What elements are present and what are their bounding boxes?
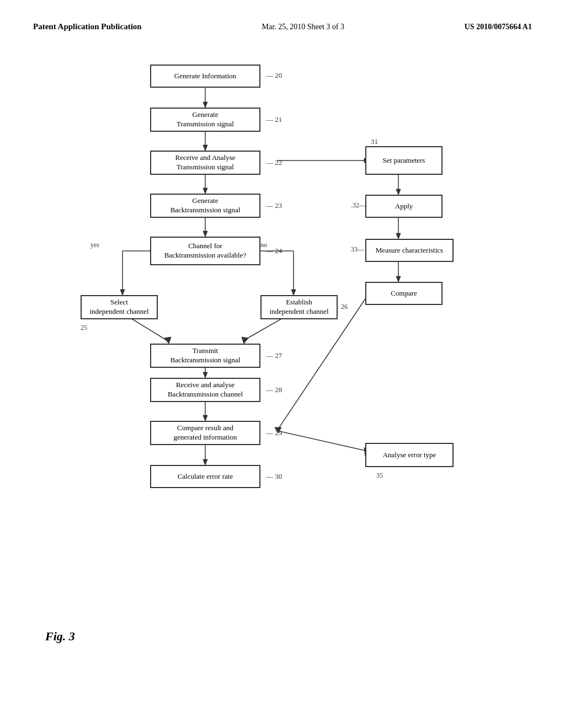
box-28: Receive and analyseBacktransmission chan… <box>150 378 260 402</box>
box-25: Selectindependent channel <box>81 295 158 319</box>
page: Patent Application Publication Mar. 25, … <box>0 0 565 728</box>
svg-line-18 <box>244 318 282 340</box>
label-31: 31 <box>371 137 378 146</box>
label-23: — 23 <box>266 201 282 210</box>
box-21: GenerateTransmission signal <box>150 108 260 132</box>
header-left: Patent Application Publication <box>33 22 142 31</box>
header-center: Mar. 25, 2010 Sheet 3 of 3 <box>262 23 344 31</box>
svg-line-16 <box>131 318 167 340</box>
box-29: Compare result andgenerated information <box>150 421 260 445</box>
label-25: 25 <box>81 324 87 332</box>
svg-marker-15 <box>291 290 296 295</box>
svg-marker-5 <box>203 188 207 194</box>
box-26: Establishindependent channel <box>260 295 338 319</box>
svg-marker-17 <box>164 337 171 344</box>
svg-marker-29 <box>396 189 401 195</box>
label-33: 33— <box>351 245 364 254</box>
header: Patent Application Publication Mar. 25, … <box>33 22 532 31</box>
svg-marker-33 <box>396 276 401 282</box>
box-30: Calculate error rate <box>150 465 260 488</box>
svg-marker-12 <box>120 290 125 295</box>
box-24: Channel forBacktransmission available? <box>150 237 260 265</box>
svg-marker-31 <box>396 233 401 239</box>
label-26: 26 <box>341 303 348 311</box>
label-24: — 24 <box>266 247 282 255</box>
svg-marker-21 <box>203 372 207 378</box>
diagram-area: Generate Information — 20 GenerateTransm… <box>45 48 520 655</box>
label-35: 35 <box>376 472 383 480</box>
svg-marker-19 <box>242 337 248 344</box>
label-30: — 30 <box>266 472 282 481</box>
label-20: — 20 <box>266 71 282 80</box>
label-28: — 28 <box>266 386 282 394</box>
diagram-svg <box>45 48 520 655</box>
box-27: TransmitBacktransmission signal <box>150 344 260 368</box>
box-32: Apply <box>365 195 443 218</box>
box-20: Generate Information <box>150 65 260 88</box>
label-27: — 27 <box>266 351 282 360</box>
box-31: Set parameters <box>365 146 443 175</box>
label-21: — 21 <box>266 115 282 124</box>
svg-marker-25 <box>203 459 207 465</box>
box-35: Analyse error type <box>365 443 454 467</box>
svg-marker-1 <box>203 102 207 108</box>
box-23: GenerateBacktransmission signal <box>150 194 260 218</box>
label-29: — 29 <box>266 429 282 437</box>
label-22: — 22 <box>266 158 282 167</box>
fig-label: Fig. 3 <box>45 629 75 644</box>
box-34: Compare <box>365 282 443 305</box>
box-33: Measure characteristics <box>365 239 454 262</box>
svg-marker-3 <box>203 145 207 151</box>
label-no: no <box>260 241 267 249</box>
label-yes: yes <box>90 241 99 249</box>
box-22: Receive and AnalyseTransmission signal <box>150 151 260 175</box>
svg-marker-7 <box>203 231 207 237</box>
svg-line-26 <box>277 431 365 451</box>
label-32: .32— <box>351 201 366 210</box>
header-right: US 2010/0075664 A1 <box>465 23 532 31</box>
svg-marker-23 <box>203 415 207 421</box>
